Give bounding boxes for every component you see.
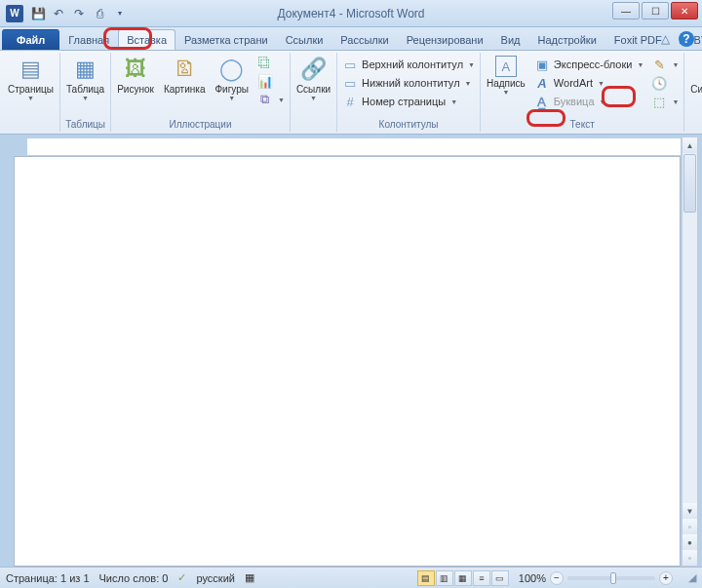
pages-label: Страницы bbox=[8, 84, 54, 95]
pages-button[interactable]: ▤ Страницы ▼ bbox=[4, 54, 58, 103]
footer-button[interactable]: ▭Нижний колонтитул▼ bbox=[339, 74, 478, 92]
object-icon: ⬚ bbox=[651, 94, 667, 109]
view-print-layout[interactable]: ▤ bbox=[417, 570, 435, 586]
tab-references[interactable]: Ссылки bbox=[277, 29, 332, 50]
status-words[interactable]: Число слов: 0 bbox=[99, 572, 169, 584]
object-button[interactable]: ⬚▼ bbox=[648, 93, 682, 110]
browse-object-icon[interactable]: ● bbox=[682, 534, 697, 550]
prev-page-icon[interactable]: ◦ bbox=[682, 519, 697, 534]
close-button[interactable]: ✕ bbox=[671, 2, 698, 20]
zoom-out-button[interactable]: − bbox=[550, 571, 564, 585]
chart-button[interactable]: 📊 bbox=[254, 72, 288, 90]
horizontal-ruler[interactable] bbox=[27, 138, 681, 156]
signature-button[interactable]: ✎▼ bbox=[648, 56, 682, 73]
qat-more-icon[interactable]: ▾ bbox=[111, 5, 129, 22]
status-language[interactable]: русский bbox=[196, 572, 234, 584]
clipart-icon: 🖻 bbox=[171, 56, 198, 83]
clipart-button[interactable]: 🖻 Картинка bbox=[160, 54, 210, 97]
zoom-handle[interactable] bbox=[610, 572, 616, 584]
header-label: Верхний колонтитул bbox=[362, 59, 463, 70]
dropdown-icon: ▼ bbox=[228, 95, 235, 101]
group-symbols: Ω Символы ▼ bbox=[684, 53, 702, 132]
textbox-button[interactable]: A Надпись ▼ bbox=[483, 54, 529, 98]
symbols-label: Символы bbox=[690, 84, 702, 95]
status-page[interactable]: Страница: 1 из 1 bbox=[6, 572, 90, 584]
footer-label: Нижний колонтитул bbox=[362, 77, 459, 89]
macro-icon[interactable]: ▦ bbox=[245, 571, 254, 584]
dropcap-label: Буквица bbox=[554, 96, 595, 107]
group-label bbox=[686, 118, 702, 131]
wordart-label: WordArt bbox=[554, 77, 593, 89]
help-icon[interactable]: ? bbox=[679, 31, 694, 47]
title-bar: W 💾 ↶ ↷ ⎙ ▾ Документ4 - Microsoft Word —… bbox=[0, 0, 702, 27]
view-web[interactable]: ▦ bbox=[454, 570, 472, 586]
qat-print-icon[interactable]: ⎙ bbox=[91, 5, 108, 22]
zoom-in-button[interactable]: + bbox=[659, 571, 673, 585]
shapes-label: Фигуры bbox=[214, 84, 248, 95]
view-full-reading[interactable]: ▥ bbox=[436, 570, 453, 586]
qat-redo-icon[interactable]: ↷ bbox=[70, 5, 88, 22]
tab-insert[interactable]: Вставка bbox=[118, 29, 176, 50]
datetime-button[interactable]: 🕓 bbox=[648, 74, 682, 92]
signature-icon: ✎ bbox=[651, 57, 667, 72]
dropdown-icon: ▼ bbox=[310, 95, 317, 101]
picture-button[interactable]: 🖼 Рисунок bbox=[113, 54, 158, 97]
link-icon: 🔗 bbox=[300, 56, 328, 83]
dropcap-button[interactable]: A̲Буквица▼ bbox=[531, 93, 647, 110]
quickparts-button[interactable]: ▣Экспресс-блоки▼ bbox=[531, 56, 647, 73]
group-headerfooter: ▭Верхний колонтитул▼ ▭Нижний колонтитул▼… bbox=[337, 53, 481, 132]
scroll-down-icon[interactable]: ▼ bbox=[682, 503, 697, 519]
shapes-icon: ◯ bbox=[218, 56, 246, 83]
quickparts-label: Экспресс-блоки bbox=[554, 59, 633, 70]
document-canvas[interactable] bbox=[14, 156, 681, 567]
tab-mailings[interactable]: Рассылки bbox=[332, 29, 397, 50]
smartart-button[interactable]: ⿻ bbox=[254, 54, 288, 71]
dropdown-icon: ▼ bbox=[468, 61, 475, 68]
footer-icon: ▭ bbox=[342, 75, 358, 91]
qat-save-icon[interactable]: 💾 bbox=[29, 5, 47, 22]
tab-view[interactable]: Вид bbox=[492, 29, 529, 50]
zoom-value[interactable]: 100% bbox=[519, 572, 546, 584]
wordart-button[interactable]: AWordArt▼ bbox=[531, 74, 647, 92]
window-controls: — ☐ ✕ bbox=[612, 2, 698, 20]
group-links: 🔗 Ссылки ▼ bbox=[291, 53, 337, 132]
smartart-icon: ⿻ bbox=[257, 55, 273, 70]
group-label bbox=[4, 118, 58, 131]
shapes-button[interactable]: ◯ Фигуры ▼ bbox=[211, 54, 252, 103]
symbols-button[interactable]: Ω Символы ▼ bbox=[686, 54, 702, 103]
datetime-icon: 🕓 bbox=[651, 75, 667, 91]
dropdown-icon: ▼ bbox=[278, 97, 285, 103]
minimize-ribbon-icon[interactable]: △ bbox=[657, 31, 673, 47]
pagenumber-button[interactable]: #Номер страницы▼ bbox=[339, 93, 478, 110]
view-outline[interactable]: ≡ bbox=[473, 570, 490, 586]
next-page-icon[interactable]: ◦ bbox=[682, 550, 697, 566]
maximize-button[interactable]: ☐ bbox=[642, 2, 669, 20]
group-label-text: Текст bbox=[483, 118, 682, 131]
quick-access-toolbar: 💾 ↶ ↷ ⎙ ▾ bbox=[29, 5, 129, 22]
group-tables: ▦ Таблица ▼ Таблицы bbox=[60, 53, 111, 132]
picture-label: Рисунок bbox=[117, 84, 154, 95]
resize-grip-icon[interactable]: ◢ bbox=[688, 571, 696, 584]
tab-layout[interactable]: Разметка страни bbox=[176, 29, 277, 50]
tab-home[interactable]: Главная bbox=[59, 29, 118, 50]
table-button[interactable]: ▦ Таблица ▼ bbox=[62, 54, 108, 103]
header-button[interactable]: ▭Верхний колонтитул▼ bbox=[339, 56, 478, 73]
scroll-up-icon[interactable]: ▲ bbox=[682, 137, 697, 153]
proofing-icon[interactable]: ✓ bbox=[177, 571, 186, 584]
dropdown-icon: ▼ bbox=[502, 89, 509, 96]
tab-addins[interactable]: Надстройки bbox=[528, 29, 604, 50]
scroll-thumb[interactable] bbox=[683, 154, 696, 213]
tab-review[interactable]: Рецензировани bbox=[398, 29, 492, 50]
minimize-button[interactable]: — bbox=[612, 2, 640, 20]
tab-file[interactable]: Файл bbox=[2, 29, 59, 50]
zoom-slider[interactable] bbox=[567, 576, 655, 580]
screenshot-button[interactable]: ⧉▼ bbox=[254, 91, 288, 108]
group-label bbox=[292, 118, 334, 131]
qat-undo-icon[interactable]: ↶ bbox=[50, 5, 67, 22]
dropdown-icon: ▼ bbox=[672, 98, 679, 105]
vertical-scrollbar[interactable]: ▲ ▼ ◦ ● ◦ bbox=[682, 137, 698, 567]
links-button[interactable]: 🔗 Ссылки ▼ bbox=[292, 54, 334, 103]
chart-icon: 📊 bbox=[257, 73, 273, 89]
view-draft[interactable]: ▭ bbox=[491, 570, 509, 586]
textbox-icon: A bbox=[495, 56, 517, 77]
